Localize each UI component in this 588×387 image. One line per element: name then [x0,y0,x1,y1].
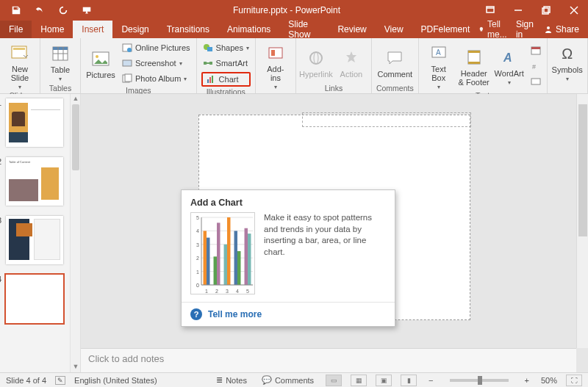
table-button[interactable]: Table ▾ [45,40,76,82]
comment-button[interactable]: Comment [379,45,410,79]
header-footer-button[interactable]: Header & Footer [459,44,490,87]
hyperlink-button[interactable]: Hyperlink [301,45,331,79]
slide-sorter-view-button[interactable]: ▦ [351,375,367,386]
slide-thumbnail-3[interactable] [6,216,63,264]
fit-to-window-button[interactable]: ⛶ [566,375,582,386]
smartart-label: SmartArt [216,59,248,68]
svg-rect-21 [125,74,132,82]
svg-point-18 [127,48,132,52]
chevron-down-icon: ▾ [184,76,187,82]
textbox-button[interactable]: AText Box▾ [423,40,454,90]
object-button[interactable] [529,75,542,88]
slide-thumbnail-2[interactable]: Table of Content [6,157,63,206]
slide-thumbnail-4[interactable] [6,275,63,323]
tab-home[interactable]: Home [32,21,73,38]
notes-icon: ≣ [216,375,223,385]
wordart-icon: A [501,48,518,66]
notes-toggle-button[interactable]: ≣Notes [213,375,250,385]
comments-icon: 💬 [262,375,272,385]
smartart-button[interactable]: SmartArt [201,57,251,70]
group-links: Hyperlink Action Links [296,38,372,93]
wordart-button[interactable]: AWordArt▾ [494,44,525,86]
new-slide-label: New Slide [11,65,29,82]
ribbon-options-button[interactable] [476,0,504,21]
svg-rect-42 [531,79,540,84]
group-symbols: ΩSymbols▾ [548,38,588,93]
zoom-level[interactable]: 50% [541,376,557,385]
date-time-button[interactable] [529,44,542,57]
comments-toggle-button[interactable]: 💬Comments [259,375,317,385]
redo-button[interactable] [53,1,74,19]
ribbon-tabs: File Home Insert Design Transitions Anim… [0,21,588,38]
slide-thumbnail-1[interactable] [6,98,63,147]
online-pictures-button[interactable]: Online Pictures [121,41,192,54]
svg-rect-58 [214,256,217,285]
tab-file[interactable]: File [0,21,32,38]
svg-rect-3 [544,7,550,12]
tab-insert[interactable]: Insert [73,21,112,38]
tab-design[interactable]: Design [112,21,157,38]
title-placeholder[interactable] [302,112,471,127]
lightbulb-icon [478,25,484,34]
status-language[interactable]: English (United States) [74,376,157,385]
wordart-label: WordArt [495,69,524,78]
share-button[interactable]: Share [539,24,584,35]
reading-view-button[interactable]: ▣ [376,375,392,386]
new-slide-button[interactable]: New Slide ▾ [4,40,35,90]
chart-button[interactable]: Chart [201,72,251,87]
minimize-button[interactable] [504,0,532,21]
slideshow-view-button[interactable]: ▮ [401,375,417,386]
slide-number-button[interactable]: # [529,59,542,73]
tab-transitions[interactable]: Transitions [158,21,218,38]
shapes-label: Shapes [216,43,243,52]
tellme-search[interactable]: Tell me... [478,19,510,40]
svg-rect-67 [245,228,248,285]
action-button[interactable]: Action [336,45,367,79]
tab-slideshow[interactable]: Slide Show [279,21,329,38]
signin-link[interactable]: Sign in [516,19,534,40]
notes-pane[interactable]: Click to add notes [81,348,576,372]
pictures-button[interactable]: Pictures [85,46,116,79]
zoom-out-button[interactable]: − [426,376,436,385]
chart-tooltip: Add a Chart 01234512345 Make it easy to … [181,189,395,327]
tell-me-more-link[interactable]: Tell me more [208,309,262,319]
addins-button[interactable]: Add- ins ▾ [260,40,291,90]
tab-review[interactable]: Review [329,21,375,38]
zoom-slider[interactable] [450,379,509,382]
online-pictures-label: Online Pictures [135,43,190,52]
symbols-button[interactable]: ΩSymbols▾ [552,40,583,82]
screenshot-label: Screenshot [135,59,176,68]
thumbnails-scrollbar[interactable]: ▲ ▼ [70,94,80,372]
photo-album-label: Photo Album [135,74,181,83]
new-slide-icon [10,43,29,62]
group-images: Pictures Online Pictures Screenshot ▾ Ph… [81,38,197,93]
comments-toggle-label: Comments [275,376,314,385]
editor-scrollbar[interactable] [576,94,588,348]
zoom-in-button[interactable]: + [522,376,532,385]
tab-animations[interactable]: Animations [218,21,279,38]
tab-view[interactable]: View [376,21,412,38]
spellcheck-icon[interactable]: ✎ [55,376,65,385]
start-from-beginning-button[interactable] [76,1,97,19]
chevron-down-icon: ▾ [18,84,21,90]
normal-view-button[interactable]: ▭ [326,375,342,386]
scrollbar-handle[interactable] [578,104,587,236]
shapes-button[interactable]: Shapes ▾ [201,41,251,54]
help-icon: ? [190,308,202,320]
scrollbar-handle[interactable] [72,104,79,170]
group-text: AText Box▾ Header & Footer AWordArt▾ # T… [419,38,548,93]
thumb-number: 1 [0,98,1,107]
tab-pdfelement[interactable]: PDFelement [412,21,479,38]
svg-rect-29 [269,48,282,58]
zoom-slider-handle[interactable] [478,376,482,385]
save-button[interactable] [6,1,26,19]
window-controls [476,0,588,21]
svg-text:3: 3 [196,242,199,247]
screenshot-button[interactable]: Screenshot ▾ [121,57,192,70]
close-button[interactable] [560,0,588,21]
chevron-down-icon: ▾ [274,84,277,90]
undo-button[interactable] [29,1,50,19]
restore-button[interactable] [532,0,560,21]
svg-rect-19 [123,60,132,66]
photo-album-button[interactable]: Photo Album ▾ [121,72,192,85]
